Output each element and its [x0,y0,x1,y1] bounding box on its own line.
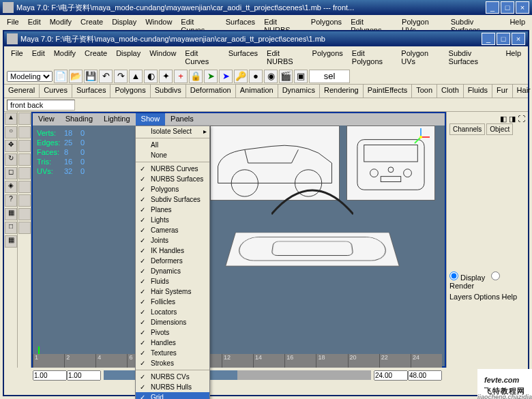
view-compass-icon[interactable] [411,127,431,147]
shelf-tab-hair[interactable]: Hair [513,85,532,98]
qb-icon[interactable] [18,167,31,179]
channels-tab[interactable]: Channels [449,123,485,135]
menu-item-dimensions[interactable]: Dimensions [136,317,209,327]
expand-icon[interactable]: ⛶ [518,115,525,123]
manip-tool-icon[interactable]: ◈ [5,181,17,193]
qb-icon[interactable] [18,222,31,234]
close-button[interactable]: × [516,1,529,14]
menu-edit[interactable]: Edit [28,48,49,67]
menu-item[interactable]: Isolate Select [136,126,209,136]
menu-help[interactable]: Help [501,48,525,67]
shelf-tab-general[interactable]: General [4,85,40,98]
ipr-icon[interactable]: ▣ [294,70,308,83]
shelf-tab-painteffects[interactable]: PaintEffects [364,85,413,98]
shelf-tab-animation[interactable]: Animation [236,85,278,98]
menu-item-locators[interactable]: Locators [136,307,209,317]
menu-create[interactable]: Create [80,48,111,67]
lasso-icon[interactable]: ◐ [144,70,158,83]
last-tool-icon[interactable]: ? [5,194,17,207]
maximize-button[interactable]: □ [501,1,514,14]
menu-item[interactable]: None [136,150,209,160]
menu-polygon-uvs[interactable]: Polygon UVs [397,48,443,67]
minimize-button[interactable]: _ [482,33,495,45]
layout-icon[interactable]: ▦ [5,208,17,220]
panel-menu-lighting[interactable]: Lighting [98,113,136,125]
qb-icon[interactable] [18,153,31,166]
qb-icon[interactable] [18,140,31,152]
menu-item-deformers[interactable]: Deformers [136,256,209,266]
menu-item-lights[interactable]: Lights [136,215,209,225]
shelf-tab-fur[interactable]: Fur [492,85,513,98]
shelf-tab-rendering[interactable]: Rendering [320,85,364,98]
time-slider[interactable]: 124681012141618202224 [33,354,442,368]
dot1-icon[interactable]: ● [249,70,263,83]
shelf-tab-polygons[interactable]: Polygons [110,85,150,98]
qb-icon[interactable] [18,126,31,138]
menu-display[interactable]: Display [112,48,145,67]
select-tool-icon[interactable]: ▲ [5,113,17,125]
viewport[interactable]: ViewShadingLightingShowPanels Verts:180E… [31,112,446,368]
menu-item-cameras[interactable]: Cameras [136,225,209,235]
panel-menu-view[interactable]: View [33,113,60,125]
menu-item-fluids[interactable]: Fluids [136,276,209,286]
menu-item-grid[interactable]: Grid [136,392,209,399]
redo-icon[interactable]: ↷ [114,70,128,83]
panel-menu-shading[interactable]: Shading [60,113,98,125]
four-icon[interactable]: ▦ [5,235,17,248]
shelf-tab-surfaces[interactable]: Surfaces [72,85,110,98]
mode-selector[interactable]: Modeling [7,71,53,82]
menu-modify[interactable]: Modify [50,48,80,67]
lock-icon[interactable]: 🔒 [189,70,203,83]
menu-item-handles[interactable]: Handles [136,338,209,348]
qb-icon[interactable] [18,194,31,207]
menu-polygons[interactable]: Polygons [308,48,347,67]
menu-item-nurbs-surfaces[interactable]: NURBS Surfaces [136,174,209,184]
menu-item-nurbs-hulls[interactable]: NURBS Hulls [136,382,209,392]
menu-item-strokes[interactable]: Strokes [136,358,209,368]
move-tool-icon[interactable]: ✥ [5,140,17,152]
menu-item-nurbs-curves[interactable]: NURBS Curves [136,164,209,174]
save-icon[interactable]: 💾 [84,70,98,83]
shelf-tab-fluids[interactable]: Fluids [464,85,492,98]
input-field[interactable]: sel [309,70,350,83]
plus-icon[interactable]: + [174,70,188,83]
arrow-icon[interactable]: ➤ [204,70,218,83]
panel-menu-show[interactable]: Show [136,113,166,125]
menu-window[interactable]: Window [145,48,180,67]
display-radio[interactable]: Display [449,274,485,282]
new-icon[interactable]: 📄 [54,70,68,83]
menu-item-dynamics[interactable]: Dynamics [136,266,209,276]
minimize-button[interactable]: _ [486,1,499,14]
single-icon[interactable]: □ [5,222,17,234]
maximize-button[interactable]: □ [497,33,510,45]
menu-edit-polygons[interactable]: Edit Polygons [348,48,396,67]
shelf-tab-cloth[interactable]: Cloth [437,85,464,98]
shelf-tab-curves[interactable]: Curves [40,85,72,98]
range-end[interactable] [408,370,442,381]
qb-icon[interactable] [18,208,31,220]
key-icon[interactable]: 🔑 [234,70,248,83]
menu-item-hair-systems[interactable]: Hair Systems [136,286,209,297]
shelf-tab-dynamics[interactable]: Dynamics [278,85,320,98]
name-input[interactable]: front back [7,100,75,110]
snap-icon[interactable]: ✦ [159,70,173,83]
menu-item-textures[interactable]: Textures [136,348,209,358]
rotate-tool-icon[interactable]: ↻ [5,153,17,166]
menu-edit-nurbs[interactable]: Edit NURBS [263,48,308,67]
layers-menu[interactable]: Layers [449,293,472,301]
qb-icon[interactable] [18,181,31,193]
menu-item-pivots[interactable]: Pivots [136,327,209,338]
menu-item-nurbs-cvs[interactable]: NURBS CVs [136,372,209,382]
help-menu[interactable]: Help [502,293,518,301]
menu-item-subdiv-surfaces[interactable]: Subdiv Surfaces [136,194,209,205]
menu-file[interactable]: File [7,48,27,67]
shelf-tab-deformation[interactable]: Deformation [186,85,236,98]
toggle-icon[interactable]: ◧ [500,115,507,123]
render-icon[interactable]: 🎬 [279,70,293,83]
menu-surfaces[interactable]: Surfaces [224,48,262,67]
undo-icon[interactable]: ↶ [99,70,113,83]
dot2-icon[interactable]: ◉ [264,70,278,83]
select-icon[interactable]: ▲ [129,70,143,83]
qb-icon[interactable] [18,113,31,125]
lasso-tool-icon[interactable]: ○ [5,126,17,138]
